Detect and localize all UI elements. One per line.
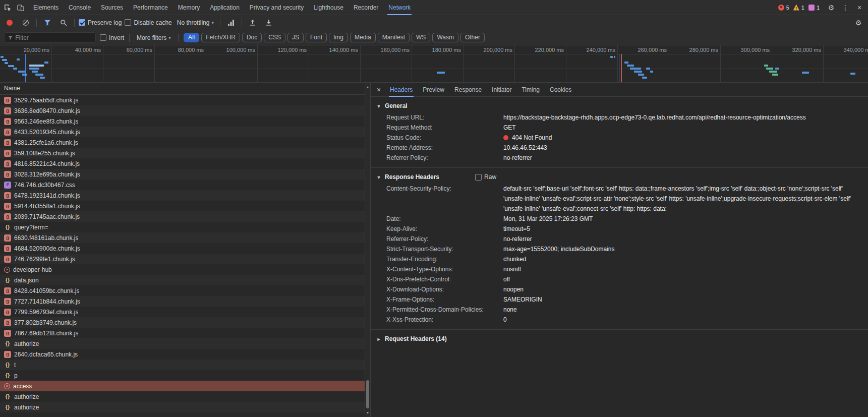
filter-chip-ws[interactable]: WS <box>412 33 430 42</box>
request-row[interactable]: {}3028.312e695a.chunk.js <box>0 169 370 180</box>
settings-gear-icon[interactable]: ⚙ <box>825 1 838 14</box>
network-settings-gear-icon[interactable]: ⚙ <box>852 16 865 29</box>
details-tab-timing[interactable]: Timing <box>516 83 545 97</box>
request-row[interactable]: {}3529.75aab5df.chunk.js <box>0 95 370 105</box>
filter-chip-all[interactable]: All <box>184 33 199 42</box>
badge-issues[interactable]: 1 <box>808 5 820 11</box>
filter-chip-media[interactable]: Media <box>350 33 376 42</box>
request-row[interactable]: {}authorize <box>0 391 370 402</box>
tab-performance[interactable]: Performance <box>128 0 173 15</box>
clear-network-log-button[interactable] <box>19 16 32 29</box>
filter-toggle-icon[interactable] <box>41 16 54 29</box>
scrollbar-thumb[interactable] <box>366 380 369 408</box>
export-har-icon[interactable] <box>262 16 275 29</box>
request-name: p <box>14 372 18 379</box>
js-file-icon: {} <box>4 129 11 136</box>
filter-chip-doc[interactable]: Doc <box>242 33 262 42</box>
filter-chip-font[interactable]: Font <box>306 33 327 42</box>
filter-chip-manifest[interactable]: Manifest <box>378 33 410 42</box>
raw-headers-checkbox[interactable]: Raw <box>475 173 496 181</box>
filter-chip-css[interactable]: CSS <box>264 33 285 42</box>
filter-chip-fetch-xhr[interactable]: Fetch/XHR <box>201 33 240 42</box>
record-network-log-button[interactable] <box>3 16 16 29</box>
disable-cache-checkbox[interactable]: Disable cache <box>125 19 171 26</box>
request-row[interactable]: {}746.76299fe1.chunk.js <box>0 254 370 264</box>
header-row: Keep-Alive:timeout=5 <box>371 224 868 234</box>
details-tab-initiator[interactable]: Initiator <box>487 83 516 97</box>
tab-privacy-and-security[interactable]: Privacy and security <box>245 0 309 15</box>
devtools-window: ElementsConsoleSourcesPerformanceMemoryA… <box>0 0 868 417</box>
kebab-menu-icon[interactable]: ⋮ <box>839 1 852 14</box>
request-row[interactable]: {}5914.4b3558a1.chunk.js <box>0 201 370 211</box>
tab-recorder[interactable]: Recorder <box>349 0 383 15</box>
import-har-icon[interactable] <box>246 16 259 29</box>
close-details-icon[interactable]: × <box>373 84 385 96</box>
request-row[interactable]: {}t <box>0 360 370 370</box>
request-row[interactable]: {}3636.8ed08470.chunk.js <box>0 105 370 116</box>
request-row[interactable]: {}377.802b3749.chunk.js <box>0 317 370 328</box>
preserve-log-checkbox[interactable]: Preserve log <box>79 19 122 26</box>
request-row[interactable]: {}7727.7141b844.chunk.js <box>0 296 370 307</box>
request-row[interactable]: {}authorize <box>0 402 370 412</box>
search-icon[interactable] <box>57 16 70 29</box>
request-row[interactable]: {}6630.f48161ab.chunk.js <box>0 232 370 243</box>
chevron-down-icon: ▾ <box>211 20 214 25</box>
request-row[interactable]: ×developer-hub <box>0 264 370 275</box>
request-row[interactable]: {}2039.71745aac.chunk.js <box>0 211 370 222</box>
details-tab-headers[interactable]: Headers <box>385 83 418 97</box>
request-row[interactable]: {}query?term= <box>0 222 370 232</box>
invert-checkbox[interactable]: Invert <box>100 34 124 41</box>
checkbox-unchecked-icon <box>475 174 482 181</box>
throttling-select[interactable]: No throttling ▾ <box>175 18 216 27</box>
filter-input[interactable] <box>15 34 92 41</box>
scroll-up-icon[interactable]: ▲ <box>365 85 370 90</box>
name-column-header[interactable]: Name <box>0 83 370 95</box>
badge-warnings[interactable]: !1 <box>793 5 804 11</box>
details-tab-preview[interactable]: Preview <box>418 83 449 97</box>
details-tab-response[interactable]: Response <box>449 83 487 97</box>
tab-memory[interactable]: Memory <box>173 0 205 15</box>
filter-chip-other[interactable]: Other <box>460 33 485 42</box>
badge-count: 1 <box>817 5 820 11</box>
request-row[interactable]: {}p <box>0 370 370 381</box>
request-row[interactable]: {}9563.246ee8f3.chunk.js <box>0 116 370 127</box>
request-row[interactable]: {}2640.dcfaca65.chunk.js <box>0 349 370 360</box>
request-row[interactable]: {}7799.596793ef.chunk.js <box>0 307 370 317</box>
request-row[interactable]: {}8428.c41059bc.chunk.js <box>0 285 370 296</box>
timeline-tick-label: 160,000 ms <box>381 47 410 53</box>
request-row[interactable]: {}4816.85221c24.chunk.js <box>0 158 370 169</box>
tab-console[interactable]: Console <box>64 0 96 15</box>
request-row[interactable]: #746.746.dc30b467.css <box>0 180 370 190</box>
badge-errors[interactable]: ×5 <box>778 5 789 11</box>
request-row[interactable]: {}359.10f8e255.chunk.js <box>0 148 370 158</box>
tab-application[interactable]: Application <box>205 0 245 15</box>
network-overview-timeline[interactable]: 20,000 ms40,000 ms60,000 ms80,000 ms100,… <box>0 45 868 83</box>
tab-elements[interactable]: Elements <box>28 0 64 15</box>
request-headers-section-header[interactable]: ▸ Request Headers (14) <box>371 332 868 345</box>
tab-lighthouse[interactable]: Lighthouse <box>309 0 349 15</box>
request-row[interactable]: {}4684.520900de.chunk.js <box>0 243 370 254</box>
filter-chip-js[interactable]: JS <box>287 33 304 42</box>
request-row[interactable]: {}data.json <box>0 275 370 285</box>
request-row[interactable]: {}6433.52019345.chunk.js <box>0 127 370 137</box>
general-section-header[interactable]: ▾ General <box>371 99 868 112</box>
header-value: no-referrer <box>503 234 857 244</box>
close-devtools-icon[interactable]: × <box>853 1 866 14</box>
response-headers-section-header[interactable]: ▾ Response Headers Raw <box>371 170 868 184</box>
request-row[interactable]: {}6478.1923141d.chunk.js <box>0 190 370 201</box>
scroll-down-icon[interactable]: ▼ <box>365 410 370 415</box>
filter-chip-wasm[interactable]: Wasm <box>432 33 458 42</box>
more-filters-button[interactable]: More filters ▾ <box>135 33 173 42</box>
request-list-scrollbar[interactable]: ▲ ▼ <box>365 83 370 417</box>
device-toolbar-icon[interactable] <box>14 1 27 14</box>
request-row[interactable]: {}4381.25cfe1a6.chunk.js <box>0 137 370 148</box>
tab-network[interactable]: Network <box>383 0 416 15</box>
tab-sources[interactable]: Sources <box>96 0 128 15</box>
network-conditions-icon[interactable] <box>224 16 238 29</box>
request-row[interactable]: {}7867.69db12f8.chunk.js <box>0 328 370 338</box>
details-tab-cookies[interactable]: Cookies <box>545 83 576 97</box>
filter-chip-img[interactable]: Img <box>329 33 348 42</box>
request-row[interactable]: {}authorize <box>0 338 370 349</box>
inspect-element-icon[interactable] <box>1 1 14 14</box>
request-row[interactable]: ×access <box>0 381 370 391</box>
